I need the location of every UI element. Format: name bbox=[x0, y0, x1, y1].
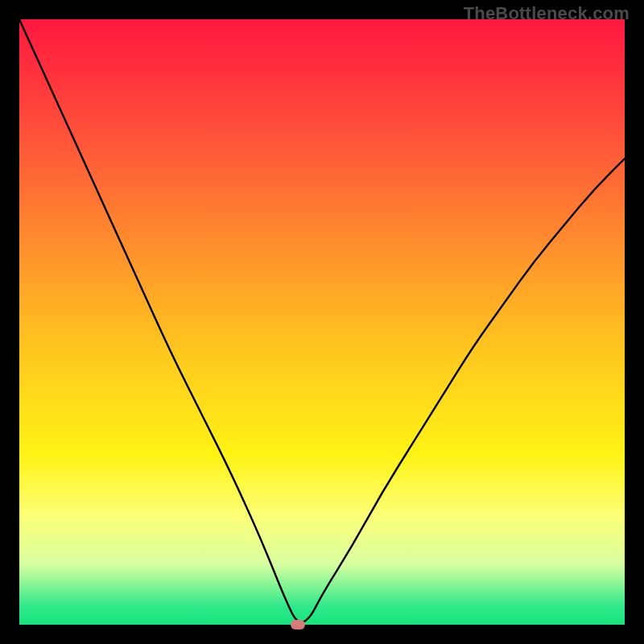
marker-dot bbox=[291, 620, 305, 630]
curve-svg bbox=[19, 19, 625, 625]
chart-frame: TheBottleneck.com bbox=[0, 0, 644, 644]
watermark-text: TheBottleneck.com bbox=[464, 3, 630, 24]
bottleneck-curve-path bbox=[19, 19, 625, 622]
plot-area bbox=[19, 19, 625, 625]
